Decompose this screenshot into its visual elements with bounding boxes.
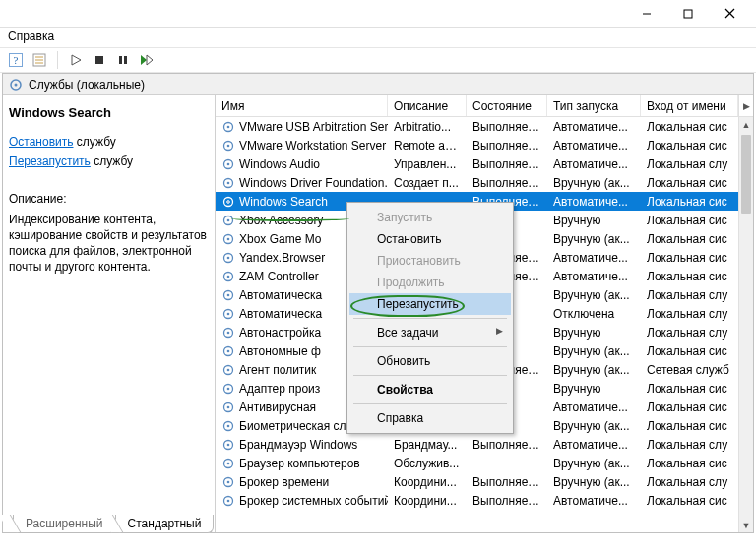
header-scroll-right-icon[interactable]: ▶ — [738, 95, 753, 116]
service-name-text: Автономные ф — [239, 344, 321, 358]
list-header: Имя Описание Состояние Тип запуска Вход … — [216, 95, 753, 117]
ctx-separator — [353, 403, 507, 404]
svg-point-53 — [227, 443, 230, 446]
service-name-text: Windows Search — [239, 195, 328, 209]
cell-startup-type: Вручную (ак... — [547, 232, 641, 246]
service-name-text: Xbox Game Mo — [239, 232, 321, 246]
restart-service-link[interactable]: Перезапустить — [9, 154, 91, 168]
scroll-up-icon[interactable]: ▲ — [739, 117, 753, 132]
cell-state: Выполняется — [467, 157, 547, 171]
description-text: Индексирование контента, кэширование сво… — [9, 212, 207, 276]
cell-name: VMware Workstation Server — [216, 139, 388, 153]
column-name[interactable]: Имя — [216, 95, 388, 116]
ctx-properties[interactable]: Свойства — [349, 379, 511, 401]
stop-service-link[interactable]: Остановить — [9, 135, 74, 149]
svg-marker-14 — [141, 55, 147, 65]
description-pane: Windows Search Остановить службу Перезап… — [3, 95, 216, 532]
cell-logon: Локальная слу — [641, 307, 753, 321]
cell-startup-type: Вручную — [547, 382, 641, 396]
cell-name: VMware USB Arbitration Ser... — [216, 120, 388, 134]
svg-text:?: ? — [14, 54, 19, 66]
action-restart-line: Перезапустить службу — [9, 154, 207, 169]
vertical-scrollbar[interactable]: ▲ ▼ — [738, 117, 753, 532]
cell-name: Windows Driver Foundation... — [216, 176, 388, 190]
gear-icon — [221, 195, 235, 209]
stop-icon[interactable] — [92, 52, 107, 68]
cell-logon: Локальная сис — [641, 232, 753, 246]
menu-help[interactable]: Справка — [8, 30, 54, 43]
service-row[interactable]: Windows Driver Foundation...Создает п...… — [216, 173, 753, 192]
cell-logon: Локальная сис — [641, 139, 753, 153]
restart-icon[interactable] — [139, 52, 155, 68]
svg-point-21 — [227, 144, 230, 147]
cell-state: Выполняется — [467, 438, 547, 452]
cell-startup-type: Вручную (ак... — [547, 475, 641, 489]
tab-extended[interactable]: Расширенный — [13, 515, 116, 533]
column-description[interactable]: Описание — [388, 95, 467, 116]
description-header: Описание: — [9, 191, 207, 207]
services-icon — [9, 78, 23, 92]
service-name-text: Брандмауэр Windows — [239, 438, 357, 452]
window-maximize-button[interactable] — [667, 2, 709, 26]
panel-caption: Службы (локальные) — [29, 78, 145, 92]
service-name-text: Автонастройка — [239, 326, 321, 340]
cell-startup-type: Автоматиче... — [547, 270, 641, 283]
cell-state: Выполняется — [467, 494, 547, 508]
service-row[interactable]: Браузер компьютеровОбслужив...Вручную (а… — [216, 454, 753, 472]
cell-startup-type: Автоматиче... — [547, 251, 641, 265]
cell-description: Remote ac... — [388, 139, 467, 153]
svg-point-45 — [227, 368, 230, 371]
column-state[interactable]: Состояние — [467, 95, 547, 116]
tab-standard[interactable]: Стандартный — [115, 515, 215, 533]
ctx-resume: Продолжить — [349, 272, 511, 293]
column-logon-as[interactable]: Вход от имени — [641, 95, 738, 116]
svg-point-23 — [227, 162, 230, 165]
gear-icon — [221, 382, 235, 396]
gear-icon — [221, 457, 235, 470]
cell-logon: Локальная сис — [641, 457, 753, 470]
svg-point-31 — [227, 237, 230, 240]
svg-point-41 — [227, 331, 230, 334]
cell-startup-type: Автоматиче... — [547, 494, 641, 508]
service-row[interactable]: Брокер времениКоордини...ВыполняетсяВруч… — [216, 472, 753, 491]
cell-logon: Локальная сис — [641, 214, 753, 227]
cell-logon: Локальная сис — [641, 494, 753, 508]
service-row[interactable]: VMware USB Arbitration Ser...Arbitratio.… — [216, 117, 753, 136]
svg-point-27 — [227, 200, 230, 203]
pause-icon[interactable] — [115, 52, 131, 68]
cell-logon: Локальная сис — [641, 176, 753, 190]
scroll-down-icon[interactable]: ▼ — [739, 518, 753, 532]
window-close-button[interactable] — [709, 2, 750, 26]
gear-icon — [221, 475, 235, 489]
svg-point-25 — [227, 181, 230, 184]
cell-logon: Локальная сис — [641, 382, 753, 396]
service-row[interactable]: VMware Workstation ServerRemote ac...Вып… — [216, 136, 753, 154]
ctx-help[interactable]: Справка — [349, 407, 511, 429]
gear-icon — [221, 232, 235, 246]
play-icon[interactable] — [68, 52, 84, 68]
ctx-all-tasks[interactable]: Все задачи ▶ — [349, 322, 511, 343]
service-row[interactable]: Брандмауэр WindowsБрандмау...Выполняется… — [216, 435, 753, 454]
cell-logon: Локальная слу — [641, 288, 753, 302]
service-name-text: Браузер компьютеров — [239, 457, 360, 470]
ctx-refresh[interactable]: Обновить — [349, 350, 511, 372]
svg-point-29 — [227, 218, 230, 221]
scroll-thumb[interactable] — [741, 135, 751, 214]
cell-startup-type: Вручную (ак... — [547, 288, 641, 302]
cell-logon: Локальная слу — [641, 475, 753, 489]
selected-service-name: Windows Search — [9, 101, 207, 130]
svg-point-43 — [227, 349, 230, 352]
service-row[interactable]: Windows AudioУправлен...ВыполняетсяАвтом… — [216, 154, 753, 173]
properties-icon[interactable] — [32, 52, 47, 68]
help-icon[interactable]: ? — [8, 52, 24, 68]
gear-icon — [221, 288, 235, 302]
cell-logon: Локальная сис — [641, 251, 753, 265]
cell-logon: Локальная сис — [641, 344, 753, 358]
column-startup-type[interactable]: Тип запуска — [547, 95, 641, 116]
cell-description: Создает п... — [388, 176, 467, 190]
service-name-text: VMware Workstation Server — [239, 139, 386, 153]
ctx-restart[interactable]: Перезапустить — [349, 293, 511, 315]
window-minimize-button[interactable] — [626, 2, 667, 26]
ctx-stop[interactable]: Остановить — [349, 228, 511, 250]
service-row[interactable]: Брокер системных событийКоордини...Выпол… — [216, 491, 753, 510]
